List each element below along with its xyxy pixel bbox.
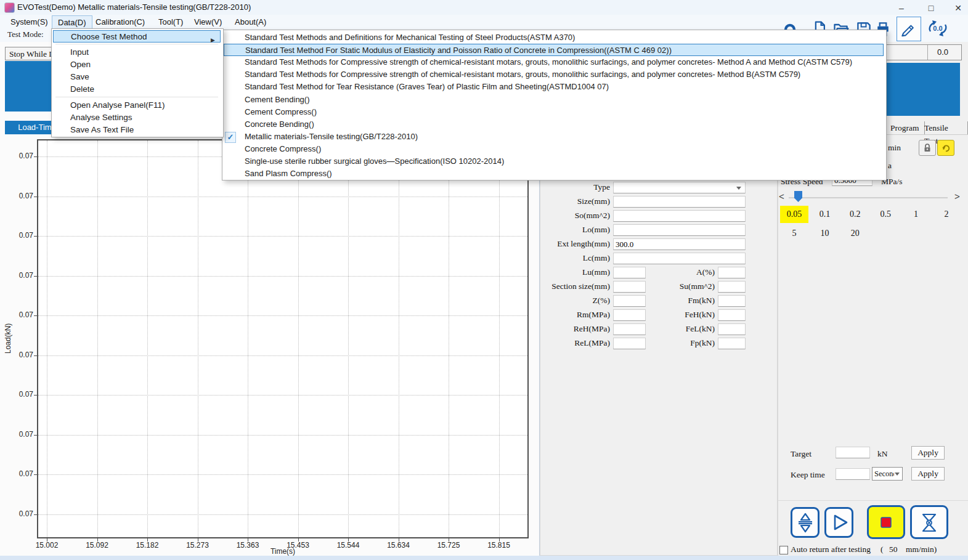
y-tick-label: 0.07 <box>6 509 33 518</box>
return-button[interactable] <box>910 505 948 539</box>
svg-text:0.0: 0.0 <box>933 25 942 32</box>
form-label-lu-mm: Lu(mm) <box>542 267 610 277</box>
edit-icon <box>900 20 917 37</box>
test-method-8[interactable]: Concrete Bending() <box>224 118 884 131</box>
jog-crosshead-button[interactable] <box>791 507 820 538</box>
menu-item-choose-test-method[interactable]: Choose Test Method▶ <box>53 30 221 43</box>
test-method-11[interactable]: Single-use sterile rubber surgical glove… <box>224 155 884 168</box>
test-method-9[interactable]: Metallic materials-Tensile testing(GB/T2… <box>224 131 884 143</box>
form-label-a: A(%) <box>648 267 715 277</box>
form-input-lc-mm[interactable] <box>613 253 746 264</box>
form-input-fm-kn[interactable] <box>718 295 746 307</box>
keep-time-unit-select[interactable]: Second <box>872 467 903 481</box>
y-tick <box>34 435 37 436</box>
form-label-fm-kn: Fm(kN) <box>648 296 715 306</box>
menu-item-open-analyse-panel-f11[interactable]: Open Analyse Panel(F11) <box>53 99 221 112</box>
form-label-z: Z(%) <box>542 296 610 306</box>
close-button[interactable]: ✕ <box>949 0 967 16</box>
menubar-item-abouta[interactable]: About(A) <box>229 15 272 28</box>
form-input-z[interactable] <box>613 295 646 307</box>
keep-time-unit-value: Second <box>872 468 894 480</box>
form-input-lo-mm[interactable] <box>613 224 746 236</box>
auto-return-checkbox[interactable] <box>779 546 788 554</box>
speed-option-0.5[interactable]: 0.5 <box>871 206 900 223</box>
start-test-button[interactable] <box>824 507 853 538</box>
x-gridline <box>248 140 248 537</box>
y-tick <box>34 236 37 237</box>
y-tick-label: 0.07 <box>6 310 33 319</box>
menu-item-save[interactable]: Save <box>53 71 221 83</box>
speed-option-20[interactable]: 20 <box>841 225 869 242</box>
form-label-reh-mpa: ReH(MPa) <box>542 324 610 334</box>
menubar-item-calibrationc[interactable]: Calibration(C) <box>90 15 150 28</box>
form-input-rm-mpa[interactable] <box>613 309 646 321</box>
menubar-item-viewv[interactable]: View(V) <box>189 15 227 28</box>
form-select-type[interactable] <box>613 182 746 193</box>
stop-test-button[interactable] <box>867 505 905 539</box>
test-method-2[interactable]: Standard Test Method For Static Modulus … <box>224 44 884 56</box>
speed-option-0.1[interactable]: 0.1 <box>810 206 839 223</box>
jog-speed-unit: mm/min) <box>906 545 937 554</box>
menubar-item-datad[interactable]: Data(D) <box>52 15 92 30</box>
menu-item-input[interactable]: Input <box>53 46 221 59</box>
target-input[interactable] <box>836 447 870 458</box>
form-input-so-mm-2[interactable] <box>613 210 746 222</box>
test-method-5[interactable]: Standard Test Method for Tear Resistance… <box>224 81 884 93</box>
form-label-ext-length-mm: Ext length(mm) <box>542 239 610 249</box>
x-axis-title: Time(s) <box>37 547 529 556</box>
y-gridline <box>38 355 527 356</box>
speed-option-5[interactable]: 5 <box>780 225 808 242</box>
target-apply-button[interactable]: Apply <box>911 446 945 460</box>
application-window: EVOTest(Demo) Metallic materials-Tensile… <box>0 0 968 560</box>
form-input-fp-kn[interactable] <box>718 338 746 349</box>
test-method-7[interactable]: Cement Compress() <box>224 106 884 118</box>
maximize-button[interactable]: □ <box>922 0 940 16</box>
speed-option-2[interactable]: 2 <box>932 206 961 223</box>
test-method-10[interactable]: Concrete Compress() <box>224 143 884 155</box>
edit-tool-button[interactable] <box>897 17 921 41</box>
menu-item-open[interactable]: Open <box>53 59 221 71</box>
form-input-lu-mm[interactable] <box>613 267 646 278</box>
minimize-button[interactable]: – <box>892 0 911 16</box>
form-input-section-size-mm[interactable] <box>613 281 646 293</box>
speed-option-10[interactable]: 10 <box>810 225 839 242</box>
menu-item-delete[interactable]: Delete <box>53 83 221 95</box>
lock-button[interactable] <box>919 140 936 156</box>
speed-option-0.2[interactable]: 0.2 <box>841 206 869 223</box>
form-input-size-mm[interactable] <box>613 196 746 208</box>
form-input-rel-mpa[interactable] <box>613 338 646 349</box>
menubar-item-systems[interactable]: System(S) <box>5 15 54 28</box>
unit-fragment-mpa: a <box>888 161 892 171</box>
speed-option-0.05[interactable]: 0.05 <box>780 206 808 223</box>
keep-time-apply-button[interactable]: Apply <box>911 467 945 481</box>
tab-program[interactable]: Program <box>885 121 925 134</box>
keep-time-input[interactable] <box>836 468 870 480</box>
x-gridline <box>198 140 198 537</box>
cycle-button[interactable] <box>937 140 954 156</box>
form-input-su-mm-2[interactable] <box>718 281 746 293</box>
lock-icon <box>922 142 933 153</box>
test-method-4[interactable]: Standard Test Methods for Compressive st… <box>224 68 884 81</box>
zero-return-tool-button[interactable]: 0.0 <box>924 18 951 41</box>
test-method-1[interactable]: Standard Test Methods and Definitions fo… <box>224 31 884 44</box>
menubar-item-toolt[interactable]: Tool(T) <box>153 15 189 28</box>
test-method-6[interactable]: Cement Bending() <box>224 94 884 106</box>
speed-slider-track[interactable] <box>789 197 948 198</box>
y-tick <box>34 197 37 197</box>
window-title: EVOTest(Demo) Metallic materials-Tensile… <box>17 0 251 15</box>
slider-right-arrow[interactable]: > <box>954 191 960 201</box>
form-input-ext-length-mm[interactable] <box>613 238 746 250</box>
test-mode-label: Test Mode: <box>7 30 44 39</box>
menu-item-analyse-settings[interactable]: Analyse Settings <box>53 112 221 124</box>
form-input-reh-mpa[interactable] <box>613 323 646 335</box>
speed-option-1[interactable]: 1 <box>902 206 930 223</box>
form-input-fel-kn[interactable] <box>718 323 746 335</box>
tab-tensile-test[interactable]: Tensile Test <box>919 121 968 134</box>
y-gridline <box>38 197 527 197</box>
form-input-a[interactable] <box>718 267 746 278</box>
test-method-12[interactable]: Sand Plasm Compress() <box>224 168 884 180</box>
form-input-feh-kn[interactable] <box>718 309 746 321</box>
test-method-3[interactable]: Standard Test Methods for Compressive st… <box>224 56 884 68</box>
menu-item-save-as-text-file[interactable]: Save As Text File <box>53 124 221 136</box>
slider-left-arrow[interactable]: < <box>779 191 784 201</box>
